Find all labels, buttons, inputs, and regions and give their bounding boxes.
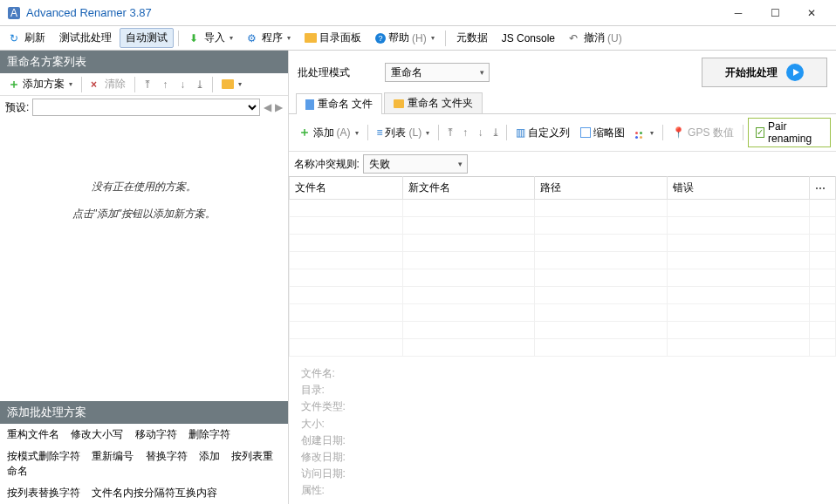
program-button[interactable]: ⚙程序▾ <box>241 28 297 48</box>
pair-renaming-toggle[interactable]: ✓Pair renaming <box>748 118 831 147</box>
method-link[interactable]: 替换字符 <box>146 450 188 462</box>
table-row <box>289 304 835 322</box>
chevron-down-icon: ▾ <box>431 34 435 42</box>
table-row <box>289 287 835 304</box>
tab-rename-folders[interactable]: 重命名 文件夹 <box>384 92 483 113</box>
method-link[interactable]: 重新编号 <box>92 450 134 462</box>
method-link[interactable]: 按列表替换字符 <box>7 487 80 499</box>
method-link[interactable]: 文件名内按分隔符互换内容 <box>92 487 217 499</box>
auto-test-button[interactable]: 自动测试 <box>120 28 174 48</box>
table-row <box>289 339 835 357</box>
refresh-button[interactable]: ↻刷新 <box>3 28 51 48</box>
move-top-button[interactable]: ⤒ <box>140 77 155 92</box>
method-link[interactable]: 删除字符 <box>188 428 230 440</box>
check-icon: ✓ <box>756 127 764 138</box>
undo-icon: ↶ <box>569 32 581 44</box>
start-batch-button[interactable]: 开始批处理 <box>702 58 827 87</box>
start-button-label: 开始批处理 <box>725 65 778 80</box>
preset-select[interactable] <box>32 99 259 116</box>
thumbnail-icon <box>580 127 591 138</box>
hint-line-1: 没有正在使用的方案。 <box>92 180 196 194</box>
move-down-button[interactable]: ↓ <box>474 125 487 140</box>
method-links-row-2: 按模式删除字符 重新编号 替换字符 添加 按列表重命名 <box>0 446 288 482</box>
info-attributes: 属性: <box>301 482 824 499</box>
move-up-button[interactable]: ↑ <box>458 125 471 140</box>
undo-button[interactable]: ↶撤消 (U) <box>563 28 628 48</box>
move-up-button[interactable]: ↑ <box>157 77 173 92</box>
add-files-button[interactable]: ＋添加 (A)▾ <box>294 124 363 141</box>
conflict-rule-select[interactable]: 失败 <box>363 154 468 174</box>
x-icon: × <box>91 78 97 91</box>
col-filename[interactable]: 文件名 <box>289 177 402 200</box>
methods-panel-header: 重命名方案列表 <box>0 51 288 73</box>
batch-mode-select[interactable]: 重命名 <box>385 63 490 82</box>
maximize-button[interactable]: ☐ <box>757 1 792 25</box>
file-icon <box>305 99 314 110</box>
file-info-panel: 文件名: 目录: 文件类型: 大小: 创建日期: 修改日期: 访问日期: 属性:… <box>289 357 836 504</box>
move-top-button[interactable]: ⤒ <box>443 125 456 140</box>
col-newfilename[interactable]: 新文件名 <box>402 177 535 200</box>
move-down-button[interactable]: ↓ <box>175 77 190 92</box>
move-bottom-button[interactable]: ⤓ <box>192 77 208 92</box>
methods-toolbar: ＋添加方案▾ × 清除 ⤒ ↑ ↓ ⤓ ▾ <box>0 73 288 96</box>
empty-methods-hint: 没有正在使用的方案。 点击"添加"按钮以添加新方案。 <box>0 119 288 401</box>
minimize-button[interactable]: ─ <box>721 1 756 25</box>
method-link[interactable]: 重构文件名 <box>7 428 59 440</box>
test-batch-label: 测试批处理 <box>59 31 112 45</box>
info-filename: 文件名: <box>301 365 824 382</box>
preset-row: 预设: ◀ ▶ <box>0 96 288 119</box>
preset-label: 预设: <box>5 100 29 115</box>
import-icon: ⬇ <box>189 32 202 44</box>
info-filetype: 文件类型: <box>301 398 824 415</box>
chevron-left-icon[interactable]: ◀ <box>264 101 271 113</box>
dir-panel-label: 目录面板 <box>319 31 361 45</box>
list-icon: ≡ <box>376 126 382 139</box>
metadata-label: 元数据 <box>456 31 488 45</box>
method-link[interactable]: 移动字符 <box>135 428 177 440</box>
gps-button[interactable]: 📍GPS 数值 <box>668 125 738 141</box>
program-icon: ⚙ <box>247 32 259 44</box>
method-link[interactable]: 添加 <box>199 450 220 462</box>
col-error[interactable]: 错误 <box>668 177 810 200</box>
hint-line-2: 点击"添加"按钮以添加新方案。 <box>72 207 216 221</box>
chevron-down-icon: ▾ <box>230 34 233 42</box>
program-label: 程序 <box>262 31 283 45</box>
folder-button[interactable]: ▾ <box>217 78 246 90</box>
color-grid-icon <box>635 132 646 134</box>
custom-columns-button[interactable]: ▥自定义列 <box>511 125 574 141</box>
move-bottom-button[interactable]: ⤓ <box>489 125 502 140</box>
js-console-label: JS Console <box>502 32 555 44</box>
tab-rename-files[interactable]: 重命名 文件 <box>296 93 382 114</box>
add-method-label: 添加方案 <box>23 77 65 92</box>
import-button[interactable]: ⬇导入▾ <box>183 28 239 48</box>
refresh-icon: ↻ <box>10 32 22 44</box>
conflict-rule-row: 名称冲突规则: 失败 <box>289 152 836 176</box>
color-select-button[interactable]: ▾ <box>631 128 658 138</box>
clear-methods-button[interactable]: × 清除 <box>86 76 130 92</box>
dir-panel-button[interactable]: 目录面板 <box>298 28 367 48</box>
add-method-button[interactable]: ＋添加方案▾ <box>3 76 77 93</box>
files-toolbar: ＋添加 (A)▾ ≡列表 (L)▾ ⤒ ↑ ↓ ⤓ ▥自定义列 缩略图 ▾ 📍G… <box>289 114 836 152</box>
files-table: 文件名 新文件名 路径 错误 ⋯ <box>289 176 836 357</box>
col-path[interactable]: 路径 <box>535 177 668 200</box>
test-batch-button[interactable]: 测试批处理 <box>53 28 118 48</box>
metadata-button[interactable]: 元数据 <box>450 28 494 48</box>
chevron-right-icon[interactable]: ▶ <box>275 101 283 113</box>
close-button[interactable]: ✕ <box>794 1 829 25</box>
list-button[interactable]: ≡列表 (L)▾ <box>372 125 434 141</box>
svg-text:A: A <box>10 7 17 19</box>
chevron-down-icon: ▾ <box>238 80 242 88</box>
method-link[interactable]: 按模式删除字符 <box>7 450 80 462</box>
help-button[interactable]: ?帮助 (H)▾ <box>369 28 441 48</box>
table-row <box>289 235 835 252</box>
app-icon: A <box>7 6 21 20</box>
table-row <box>289 322 835 339</box>
batch-mode-label: 批处理模式 <box>298 65 376 80</box>
auto-test-label: 自动测试 <box>126 31 168 45</box>
folder-icon <box>394 99 404 108</box>
js-console-button[interactable]: JS Console <box>496 30 561 47</box>
col-menu[interactable]: ⋯ <box>809 177 835 200</box>
batch-controls: 批处理模式 重命名 开始批处理 <box>289 51 836 92</box>
method-link[interactable]: 修改大小写 <box>71 428 123 440</box>
thumbnails-button[interactable]: 缩略图 <box>576 125 629 141</box>
